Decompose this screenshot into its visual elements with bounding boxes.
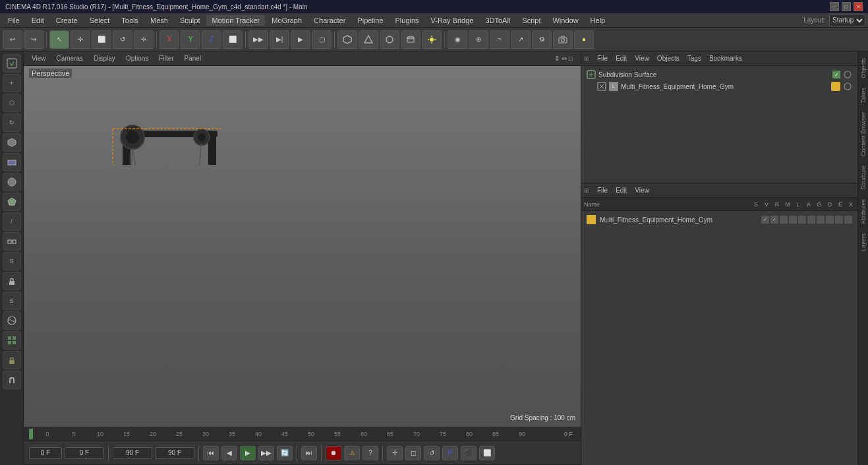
sc-2[interactable]: ✓ [770,216,778,224]
left-move-btn[interactable]: + [3,74,21,92]
left-select-btn[interactable] [3,54,21,73]
obj-row-gym[interactable]: L Multi_Fitness_Equipment_Home_Gym [594,80,855,92]
plus-tool-button[interactable]: ✛ [71,30,90,49]
rotate-tool-button[interactable]: ↺ [113,30,132,49]
y-axis-button[interactable]: Y [181,30,200,49]
sc-4[interactable] [789,216,797,224]
z-axis-button[interactable]: Z [202,30,221,49]
obj-menu-edit[interactable]: Edit [613,54,629,63]
record-button[interactable]: ⏺ [326,446,341,460]
key-pos-button[interactable]: P [442,446,458,460]
sc-9[interactable] [835,216,843,224]
sc-10[interactable] [844,216,852,224]
scene-menu-edit[interactable]: Edit [613,186,629,195]
menu-mesh[interactable]: Mesh [145,15,173,26]
menu-vray[interactable]: V-Ray Bridge [426,15,479,26]
3d-viewport[interactable]: Perspective Grid Spacing : 100 cm [24,66,581,427]
left-rotate-btn[interactable]: ↻ [3,113,21,132]
left-bridge-btn[interactable] [3,232,21,251]
menu-file[interactable]: File [3,15,25,26]
left-lock2-btn[interactable] [3,351,21,369]
obj-menu-view[interactable]: View [632,54,652,63]
maximize-button[interactable]: □ [842,2,851,11]
play-button[interactable]: ▶ [240,446,256,460]
menu-sculpt[interactable]: Sculpt [175,15,206,26]
deform-button[interactable]: ↗ [511,30,531,49]
side-tab-takes[interactable]: Takes [859,84,868,108]
menu-help[interactable]: Help [585,15,611,26]
undo-button[interactable]: ↩ [3,30,22,49]
left-scale-btn[interactable]: ⬡ [3,94,21,112]
side-tab-structure[interactable]: Structure [859,162,868,194]
key-sel-button[interactable]: ◻ [405,446,421,460]
left-magnet-btn[interactable] [3,371,21,389]
vp-tab-display[interactable]: Display [91,53,118,63]
key-all-button[interactable]: ✛ [387,446,403,460]
vp-tab-cameras[interactable]: Cameras [54,53,86,63]
next-frame-button[interactable]: ▶▶ [258,446,274,460]
scene-row-gym[interactable]: Multi_Fitness_Equipment_Home_Gym ✓ ✓ [584,214,855,226]
key-param-button[interactable]: ⬜ [479,446,495,460]
side-tab-layers[interactable]: Layers [859,230,868,255]
sc-1[interactable]: ✓ [761,216,769,224]
scene-menu-file[interactable]: File [594,186,610,195]
menu-create[interactable]: Create [51,15,83,26]
menu-select[interactable]: Select [84,15,115,26]
menu-script[interactable]: Script [517,15,546,26]
vp-tab-filter[interactable]: Filter [156,53,176,63]
vp-tab-extra[interactable]: ⇕ ⇔ □ [552,53,575,63]
start-frame-input[interactable] [65,447,104,459]
left-poly-btn[interactable] [3,193,21,211]
obj-check-subdivision[interactable]: ✓ [832,71,840,78]
menu-motion-tracker[interactable]: Motion Tracker [206,15,265,26]
sc-8[interactable] [826,216,834,224]
obj-menu-tags[interactable]: Tags [685,54,704,63]
obj-menu-bookmarks[interactable]: Bookmarks [707,54,745,63]
spline-button[interactable]: ~ [490,30,509,49]
loop-button[interactable]: 🔄 [277,446,293,460]
sc-7[interactable] [817,216,825,224]
bulb-button[interactable]: ● [574,30,594,49]
layout-select[interactable]: Startup [829,15,865,26]
view-mode-3[interactable]: ▶ [291,30,310,49]
sc-3[interactable] [780,216,788,224]
scene-menu-view[interactable]: View [632,186,652,195]
view-mode-4[interactable]: ▢ [312,30,332,49]
help-button[interactable]: ? [362,446,378,460]
vp-tab-view[interactable]: View [29,53,49,63]
view-mode-2[interactable]: ▶| [270,30,289,49]
transform-tool-button[interactable]: ✛ [134,30,154,49]
vp-tab-panel[interactable]: Panel [182,53,204,63]
end-frame-input[interactable] [113,447,152,459]
left-plane-btn[interactable] [3,153,21,171]
close-button[interactable]: ✕ [854,2,863,11]
mograph-button[interactable]: ⚙ [532,30,552,49]
shape-cone[interactable] [359,30,378,49]
dots-button[interactable]: ⊕ [469,30,488,49]
left-bevel-btn[interactable]: S [3,252,21,270]
sc-6[interactable] [807,216,815,224]
view-mode-1[interactable]: ▶▶ [248,30,268,49]
key-scale-button[interactable]: ⬛ [461,446,477,460]
side-tab-attributes[interactable]: Attributes [859,195,868,228]
left-cube-btn[interactable] [3,133,21,152]
left-s-btn[interactable]: S [3,292,21,310]
light-button[interactable] [422,30,442,49]
key-rot-button[interactable]: ↺ [424,446,440,460]
left-lock-btn[interactable] [3,272,21,290]
redo-button[interactable]: ↪ [24,30,43,49]
camera-button[interactable] [553,30,573,49]
menu-window[interactable]: Window [547,15,583,26]
menu-3dtoall[interactable]: 3DToAll [480,15,515,26]
prev-frame-button[interactable]: ◀ [221,446,237,460]
shape-cylinder[interactable] [401,30,420,49]
warn-button[interactable]: ⚠ [344,446,360,460]
left-sphere-btn[interactable] [3,173,21,191]
menu-character[interactable]: Character [308,15,351,26]
circle-button[interactable]: ◉ [448,30,467,49]
move-tool-button[interactable]: ↖ [49,30,69,49]
render-end-input[interactable] [155,447,194,459]
obj-menu-objects[interactable]: Objects [654,54,682,63]
shape-sphere[interactable] [380,30,399,49]
sc-5[interactable] [798,216,806,224]
